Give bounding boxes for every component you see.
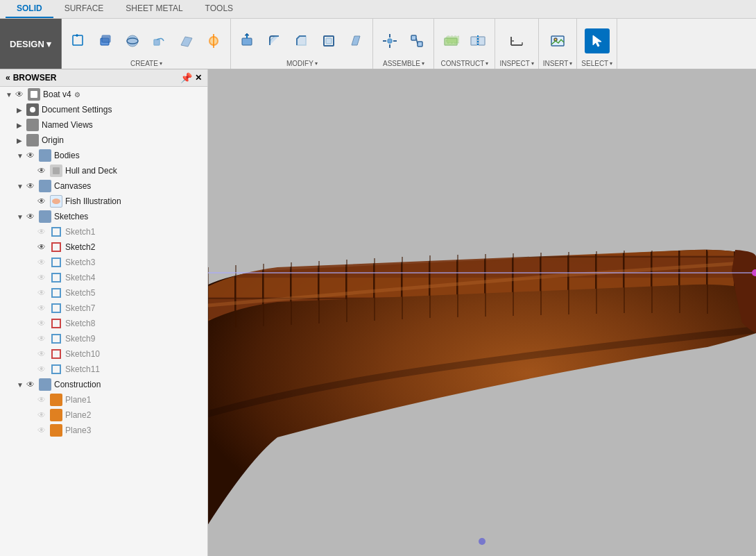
svg-rect-7 (154, 40, 160, 45)
plane3-eye[interactable]: 👁 (37, 426, 49, 435)
tree-sketch7[interactable]: 👁 Sketch7 (0, 301, 207, 316)
design-button[interactable]: DESIGN ▾ (0, 19, 62, 69)
midplane-tool[interactable] (465, 28, 490, 53)
sketch7-eye[interactable]: 👁 (37, 303, 49, 313)
extrude-tool[interactable] (93, 28, 118, 53)
tree-sketch9[interactable]: 👁 Sketch9 (0, 331, 207, 346)
sketch3-eye[interactable]: 👁 (37, 258, 49, 267)
origin-icon (26, 134, 39, 146)
browser-pin-icon[interactable]: 📌 (180, 72, 192, 83)
sketches-eye[interactable]: 👁 (26, 212, 37, 221)
new-component-tool[interactable] (66, 28, 91, 53)
rib-tool[interactable] (201, 28, 226, 53)
sketch2-eye[interactable]: 👁 (37, 242, 49, 252)
sketch9-eye[interactable]: 👁 (37, 334, 49, 344)
tab-tools[interactable]: TOOLS (194, 0, 244, 18)
sketch10-eye[interactable]: 👁 (37, 349, 49, 359)
move-tool[interactable] (377, 28, 402, 53)
tree-fish-illus[interactable]: 👁 Fish Illustration (0, 194, 207, 209)
sketch8-label: Sketch8 (65, 319, 95, 328)
tree-plane2[interactable]: 👁 Plane2 (0, 407, 207, 423)
tree-sketch11[interactable]: 👁 Sketch11 (0, 362, 207, 377)
svg-point-37 (52, 199, 60, 204)
tree-doc-settings[interactable]: ▶ Document Settings (0, 102, 207, 117)
svg-point-5 (127, 35, 138, 47)
sweep-tool[interactable] (147, 28, 172, 53)
fish-eye[interactable]: 👁 (37, 196, 49, 206)
insert-image-tool[interactable] (545, 28, 570, 53)
select-tool[interactable] (585, 28, 610, 53)
loft-tool[interactable] (174, 28, 199, 53)
named-views-label: Named Views (42, 120, 93, 130)
sketch8-icon (50, 317, 62, 330)
viewport[interactable] (208, 69, 756, 556)
plane2-label: Plane2 (65, 410, 91, 420)
tree-sketch5[interactable]: 👁 Sketch5 (0, 285, 207, 301)
modify-label[interactable]: MODIFY ▾ (286, 60, 318, 67)
joint-tool[interactable] (404, 28, 429, 53)
measure-tool[interactable] (504, 28, 529, 53)
sketch11-eye[interactable]: 👁 (37, 364, 49, 374)
named-views-arrow: ▶ (17, 121, 26, 129)
root-settings-icon[interactable]: ⚙ (74, 91, 80, 99)
tree-root[interactable]: ▼ 👁 Boat v4 ⚙ (0, 87, 207, 102)
tab-sheet-metal[interactable]: SHEET METAL (114, 0, 194, 18)
draft-tool[interactable] (343, 28, 368, 53)
sketch4-eye[interactable]: 👁 (37, 273, 49, 283)
sketch10-icon (50, 348, 62, 360)
browser-collapse-icon[interactable]: « (6, 73, 10, 83)
revolve-tool[interactable] (120, 28, 145, 53)
tree-sketch2[interactable]: 👁 Sketch2 (0, 239, 207, 255)
sketch9-label: Sketch9 (65, 334, 95, 344)
svg-point-15 (388, 39, 392, 43)
fillet-tool[interactable] (262, 28, 287, 53)
insert-label[interactable]: INSERT ▾ (543, 60, 573, 67)
plane2-icon (50, 409, 62, 421)
assemble-label[interactable]: ASSEMBLE ▾ (383, 60, 424, 67)
sketch1-icon (50, 226, 62, 238)
sketch1-eye[interactable]: 👁 (37, 227, 49, 237)
construction-eye[interactable]: 👁 (26, 380, 37, 389)
tree-named-views[interactable]: ▶ Named Views (0, 117, 207, 133)
tree-construction[interactable]: ▼ 👁 Construction (0, 377, 207, 392)
tree-sketch10[interactable]: 👁 Sketch10 (0, 346, 207, 362)
sketch1-label: Sketch1 (65, 227, 95, 237)
browser-close-icon[interactable]: ✕ (195, 73, 202, 83)
inspect-label[interactable]: INSPECT ▾ (499, 60, 533, 67)
tree-sketch8[interactable]: 👁 Sketch8 (0, 316, 207, 331)
tree-sketch4[interactable]: 👁 Sketch4 (0, 270, 207, 285)
offset-plane-tool[interactable] (438, 28, 463, 53)
svg-rect-10 (242, 38, 252, 45)
tree-canvases[interactable]: ▼ 👁 Canvases (0, 178, 207, 194)
canvases-eye[interactable]: 👁 (26, 181, 37, 191)
sketch8-eye[interactable]: 👁 (37, 319, 49, 328)
tab-surface[interactable]: SURFACE (53, 0, 115, 18)
tree-plane3[interactable]: 👁 Plane3 (0, 423, 207, 438)
tree-sketch1[interactable]: 👁 Sketch1 (0, 224, 207, 239)
tree-hull-deck[interactable]: 👁 Hull and Deck (0, 163, 207, 178)
plane2-eye[interactable]: 👁 (37, 410, 49, 420)
tree-bodies[interactable]: ▼ 👁 Bodies (0, 148, 207, 163)
create-label[interactable]: CREATE ▾ (130, 60, 162, 67)
doc-settings-label: Document Settings (42, 105, 112, 115)
hull-eye[interactable]: 👁 (37, 166, 49, 176)
plane1-eye[interactable]: 👁 (37, 395, 49, 405)
tree-sketches[interactable]: ▼ 👁 Sketches (0, 209, 207, 224)
root-eye[interactable]: 👁 (15, 90, 26, 99)
svg-rect-24 (447, 36, 459, 43)
plane3-label: Plane3 (65, 426, 91, 435)
tree-sketch3[interactable]: 👁 Sketch3 (0, 255, 207, 270)
construct-label[interactable]: CONSTRUCT ▾ (441, 60, 489, 67)
tree-plane1[interactable]: 👁 Plane1 (0, 392, 207, 407)
chamfer-tool[interactable] (289, 28, 314, 53)
press-pull-tool[interactable] (235, 28, 260, 53)
origin-arrow: ▶ (17, 137, 26, 144)
svg-point-35 (30, 107, 35, 112)
bodies-eye[interactable]: 👁 (26, 151, 37, 160)
shell-tool[interactable] (316, 28, 341, 53)
tree-origin[interactable]: ▶ Origin (0, 133, 207, 148)
plane1-label: Plane1 (65, 395, 91, 405)
tab-solid[interactable]: SOLID (6, 0, 53, 18)
select-label[interactable]: SELECT ▾ (581, 60, 612, 67)
sketch5-eye[interactable]: 👁 (37, 288, 49, 298)
